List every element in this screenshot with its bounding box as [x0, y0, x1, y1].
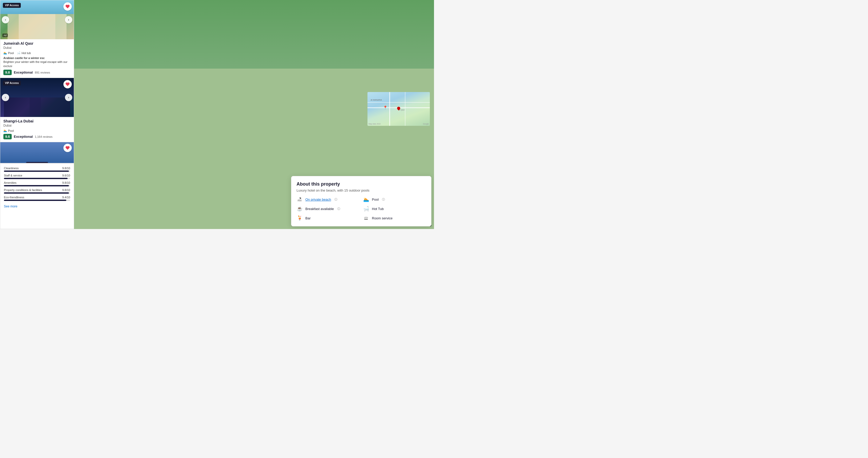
review-count-1: 891 reviews	[35, 71, 50, 74]
popup-breakfast-info[interactable]: ⓘ	[337, 207, 340, 211]
vip-badge-1: VIP Access	[3, 3, 21, 8]
property-conditions-score: 9.8/10	[62, 188, 70, 191]
staff-rating: Staff & service 9.6/10	[4, 174, 70, 179]
rating-badge-2: 9.6	[3, 134, 12, 139]
amenities-score: 9.8/10	[62, 181, 70, 184]
favorite-button-1[interactable]	[63, 2, 72, 11]
main-panel: 🖼 130+ Overview About Rooms Accessibilit…	[74, 0, 434, 229]
about-popup-desc: Luxury hotel on the beach, with 15 outdo…	[297, 188, 426, 192]
favorite-button-2[interactable]	[63, 80, 72, 88]
favorite-button-3[interactable]	[63, 144, 72, 152]
eco-score: 9.4/10	[62, 196, 70, 199]
popup-beach-icon: 🏖	[297, 197, 303, 202]
hotel-name-1: Jumeirah Al Qasr	[3, 41, 71, 45]
staff-bar-bg	[4, 178, 70, 179]
see-more-link[interactable]: See more	[4, 205, 18, 208]
pool-amenity-2: 🏊 Pool	[3, 129, 14, 132]
aerial-photo[interactable]: 🖼 130+	[314, 36, 434, 71]
hotel-card-2-image: VIP Access ‹ ›	[0, 78, 74, 117]
popup-bar-amenity: 🍹 Bar	[297, 215, 360, 221]
hotel-card-3-image	[0, 142, 74, 163]
popup-amenities-grid: 🏖 On private beach ⓘ 🏊 Pool ⓘ ☕ Breakfas…	[297, 196, 426, 221]
ratings-panel: Cleanliness 9.8/10 Staff & service 9.6/1…	[0, 163, 74, 212]
hotel-city-1: Dubai	[3, 46, 71, 50]
staff-score: 9.6/10	[62, 174, 70, 177]
popup-beach-amenity: 🏖 On private beach ⓘ	[297, 196, 360, 202]
prev-photo-button-2[interactable]: ‹	[2, 94, 9, 101]
hotel-card-2: VIP Access ‹ › Shangri-La Dubai Dubai 🏊 …	[0, 78, 74, 142]
amenities-bar-bg	[4, 185, 70, 186]
amenities-label: Amenities	[4, 181, 17, 184]
popup-bar-icon: 🍹	[297, 215, 303, 221]
review-count-2: 1,164 reviews	[35, 135, 53, 138]
next-photo-button-2[interactable]: ›	[65, 94, 72, 101]
hotel-amenities-2: 🏊 Pool	[3, 129, 71, 132]
popup-breakfast-amenity: ☕ Breakfast available ⓘ	[297, 206, 360, 212]
hotel-card-1: VIP Access ‹ › Ad Jumeirah Al Qasr Dubai…	[0, 0, 74, 78]
cleanliness-label: Cleanliness	[4, 166, 19, 170]
staff-label: Staff & service	[4, 174, 22, 177]
cleanliness-bar-bg	[4, 171, 70, 172]
popup-hottub-label: Hot Tub	[372, 207, 384, 211]
pool-amenity-1: 🏊 Pool	[3, 51, 14, 55]
popup-pool-amenity: 🏊 Pool ⓘ	[363, 196, 426, 202]
next-photo-button-1[interactable]: ›	[65, 16, 72, 23]
popup-beach-info[interactable]: ⓘ	[335, 197, 337, 202]
hotel-card-3	[0, 142, 74, 163]
popup-beach-label[interactable]: On private beach	[305, 197, 331, 202]
cleanliness-bar	[4, 171, 69, 172]
popup-roomservice-amenity: 🛎 Room service	[363, 215, 426, 221]
eco-bar	[4, 200, 66, 201]
popup-pool-icon: 🏊	[363, 196, 369, 202]
cleanliness-rating: Cleanliness 9.8/10	[4, 166, 70, 172]
ad-badge-1: Ad	[2, 33, 8, 37]
popup-hottub-icon: 🛁	[363, 206, 369, 212]
map-placeholder[interactable]: Al MANARA Al Qasr 📍 Google Map data 2022	[368, 92, 430, 126]
hotel-info-2: Shangri-La Dubai Dubai 🏊 Pool 9.6 Except…	[0, 117, 74, 142]
rating-label-2: Exceptional	[14, 135, 33, 139]
rating-label-1: Exceptional	[14, 70, 33, 74]
popup-pool-info[interactable]: ⓘ	[382, 197, 385, 202]
rating-row-1: 9.8 Exceptional 891 reviews	[3, 70, 71, 75]
hotel-amenities-1: 🏊 Pool 🛁 Hot tub	[3, 51, 71, 55]
property-conditions-bar	[4, 192, 69, 194]
vip-badge-2: VIP Access	[3, 81, 21, 86]
staff-bar	[4, 178, 68, 179]
amenities-bar	[4, 185, 69, 186]
property-conditions-bar-bg	[4, 192, 70, 194]
about-popup: About this property Luxury hotel on the …	[291, 176, 431, 226]
cleanliness-score: 9.8/10	[62, 166, 70, 170]
hotel-city-2: Dubai	[3, 124, 71, 127]
popup-breakfast-icon: ☕	[297, 206, 303, 212]
rating-row-2: 9.6 Exceptional 1,164 reviews	[3, 134, 71, 139]
hottub-icon-1: 🛁	[17, 51, 21, 55]
prev-photo-button-1[interactable]: ‹	[2, 16, 9, 23]
hotel-name-2: Shangri-La Dubai	[3, 119, 71, 123]
pool-icon-1: 🏊	[3, 51, 7, 55]
popup-roomservice-icon: 🛎	[363, 215, 369, 221]
popup-roomservice-label: Room service	[372, 216, 393, 220]
popup-bar-label: Bar	[305, 216, 311, 220]
hotel-card-1-image: VIP Access ‹ › Ad	[0, 0, 74, 39]
photo-grid: 🖼 130+	[74, 0, 434, 71]
property-conditions-rating: Property conditions & facilities 9.8/10	[4, 188, 70, 194]
eco-bar-bg	[4, 200, 70, 201]
about-popup-title: About this property	[297, 181, 426, 187]
property-conditions-label: Property conditions & facilities	[4, 188, 42, 191]
eco-label: Eco-friendliness	[4, 196, 24, 199]
hotel-desc-1: Arabian castle for a winter esc Brighten…	[3, 56, 71, 68]
popup-breakfast-label: Breakfast available	[305, 207, 334, 211]
rating-badge-1: 9.8	[3, 70, 12, 75]
popup-hottub-amenity: 🛁 Hot Tub	[363, 206, 426, 212]
left-panel: VIP Access ‹ › Ad Jumeirah Al Qasr Dubai…	[0, 0, 74, 229]
pool-icon-2: 🏊	[3, 129, 7, 132]
hotel-info-1: Jumeirah Al Qasr Dubai 🏊 Pool 🛁 Hot tub …	[0, 39, 74, 78]
hottub-amenity-1: 🛁 Hot tub	[17, 51, 31, 55]
popup-pool-label: Pool	[372, 197, 379, 202]
eco-friendliness-rating: Eco-friendliness 9.4/10	[4, 196, 70, 201]
amenities-rating: Amenities 9.8/10	[4, 181, 70, 186]
